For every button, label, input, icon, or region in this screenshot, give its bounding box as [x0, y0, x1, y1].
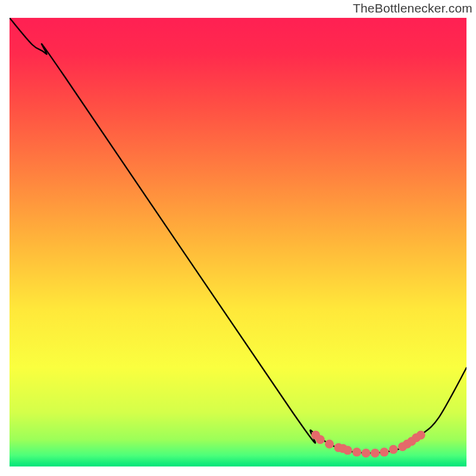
highlight-dot: [316, 435, 325, 444]
gradient-background: [10, 18, 466, 466]
chart-svg: [10, 18, 466, 466]
highlight-dot: [416, 431, 425, 440]
highlight-dot: [362, 449, 371, 458]
chart-container: TheBottlenecker.com: [0, 0, 476, 476]
highlight-dot: [380, 447, 389, 456]
plot-area: [10, 18, 466, 466]
highlight-dot: [325, 440, 334, 449]
highlight-dot: [352, 447, 361, 456]
highlight-dot: [343, 446, 352, 455]
highlight-dot: [371, 449, 380, 458]
watermark-text: TheBottlenecker.com: [353, 1, 472, 15]
highlight-dot: [389, 445, 398, 454]
